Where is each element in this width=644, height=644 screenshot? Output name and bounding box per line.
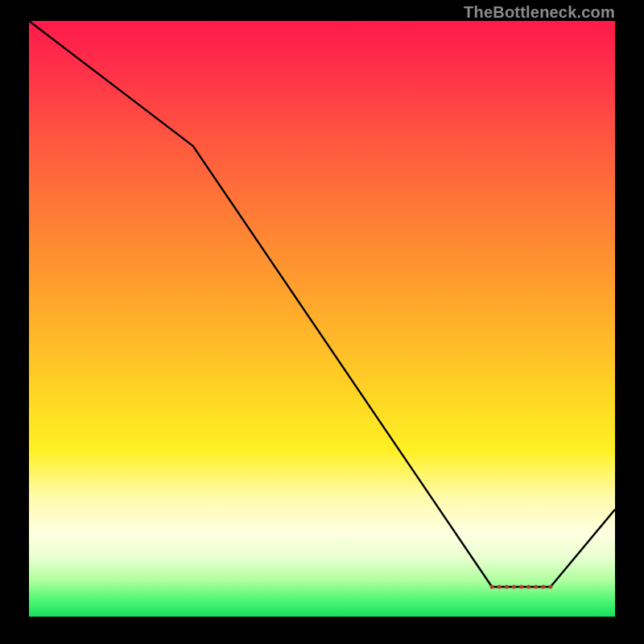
bottleneck-curve: [29, 21, 615, 587]
chart-svg: [29, 21, 615, 617]
watermark-text: TheBottleneck.com: [464, 3, 615, 22]
plot-area: [29, 21, 615, 617]
chart-stage: TheBottleneck.com: [0, 0, 644, 644]
